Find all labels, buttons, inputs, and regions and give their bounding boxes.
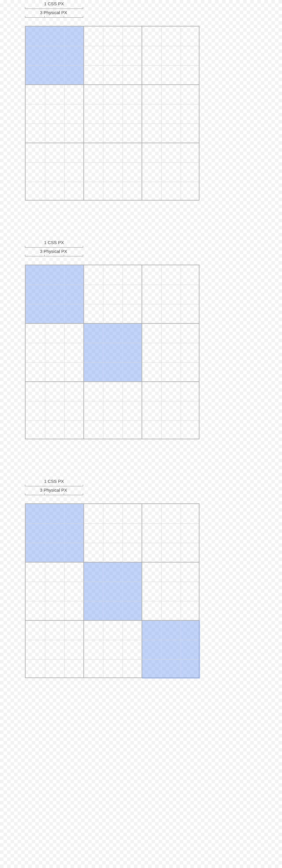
highlighted-css-pixel (26, 504, 84, 562)
physical-px-line-h (26, 182, 199, 182)
css-px-line-h (26, 620, 199, 621)
physical-px-line-v (103, 27, 103, 200)
physical-px-bracket: 3 Physical PX (0, 250, 282, 256)
physical-px-dimension-line (25, 16, 83, 18)
css-px-dimension-line (25, 485, 83, 486)
physical-px-line-v (181, 27, 181, 200)
physical-px-dimension-line (25, 255, 83, 256)
physical-px-line-v (161, 504, 162, 678)
physical-px-line-v (161, 27, 162, 200)
physical-px-dimension-line (25, 493, 83, 495)
css-px-line-v (83, 265, 84, 439)
css-px-dimension-line (25, 7, 83, 9)
physical-px-tick (44, 16, 45, 18)
css-px-label: 1 CSS PX (44, 479, 64, 484)
css-px-line-v (142, 265, 142, 439)
physical-px-line-h (26, 304, 199, 304)
css-px-bracket: 1 CSS PX (0, 480, 282, 486)
physical-px-tick (64, 255, 64, 256)
physical-px-line-v (64, 504, 65, 678)
highlighted-css-pixel (84, 323, 142, 382)
physical-px-line-h (26, 523, 199, 524)
highlighted-css-pixel (142, 620, 200, 679)
physical-px-line-v (64, 265, 65, 439)
physical-px-bracket: 3 Physical PX (0, 12, 282, 18)
css-px-bracket: 1 CSS PX (0, 3, 282, 9)
physical-px-line-h (26, 362, 199, 363)
pixel-ratio-diagram: 1 CSS PX3 Physical PX (0, 477, 282, 678)
physical-px-line-v (103, 265, 103, 439)
highlighted-css-pixel (26, 265, 84, 323)
pixel-grid (25, 503, 200, 678)
physical-px-line-v (122, 265, 123, 439)
physical-px-line-h (26, 582, 199, 582)
css-px-line-h (26, 562, 199, 562)
css-px-line-v (142, 504, 142, 678)
physical-px-label: 3 Physical PX (40, 10, 67, 15)
css-px-line-h (26, 143, 199, 143)
physical-px-line-h (26, 421, 199, 421)
physical-px-line-h (26, 659, 199, 659)
physical-px-line-h (26, 285, 199, 285)
css-px-line-v (83, 504, 84, 678)
physical-px-line-v (181, 504, 181, 678)
css-px-label: 1 CSS PX (44, 240, 64, 245)
pixel-ratio-diagram: 1 CSS PX3 Physical PX (0, 239, 282, 439)
physical-px-line-v (161, 265, 162, 439)
physical-px-line-h (26, 601, 199, 601)
css-px-line-h (26, 323, 199, 324)
css-px-line-v (142, 27, 142, 200)
physical-px-line-v (64, 27, 65, 200)
physical-px-line-h (26, 104, 199, 104)
highlighted-css-pixel (26, 27, 84, 85)
css-px-line-h (26, 381, 199, 382)
physical-px-line-h (26, 401, 199, 401)
css-px-dimension-line (25, 246, 83, 248)
physical-px-bracket: 3 Physical PX (0, 489, 282, 495)
physical-px-line-v (122, 504, 123, 678)
css-px-line-h (26, 84, 199, 85)
grid-border (25, 26, 200, 200)
physical-px-tick (44, 255, 45, 256)
pixel-ratio-diagram: 1 CSS PX3 Physical PX (0, 0, 282, 200)
physical-px-tick (64, 16, 64, 18)
css-px-bracket: 1 CSS PX (0, 242, 282, 248)
physical-px-tick (44, 493, 45, 495)
css-px-line-v (83, 27, 84, 200)
physical-px-tick (64, 493, 64, 495)
physical-px-line-v (122, 27, 123, 200)
highlighted-css-pixel (84, 562, 142, 620)
pixel-grid (25, 265, 200, 439)
physical-px-line-h (26, 543, 199, 543)
physical-px-line-h (26, 162, 199, 163)
grid-border (25, 503, 200, 678)
physical-px-line-h (26, 343, 199, 343)
physical-px-line-h (26, 640, 199, 640)
physical-px-line-h (26, 65, 199, 66)
physical-px-label: 3 Physical PX (40, 488, 67, 493)
grid-border (25, 265, 200, 439)
css-px-label: 1 CSS PX (44, 1, 64, 6)
physical-px-label: 3 Physical PX (40, 249, 67, 254)
physical-px-line-h (26, 46, 199, 46)
physical-px-line-v (181, 265, 181, 439)
physical-px-line-v (103, 504, 103, 678)
pixel-grid (25, 26, 200, 200)
